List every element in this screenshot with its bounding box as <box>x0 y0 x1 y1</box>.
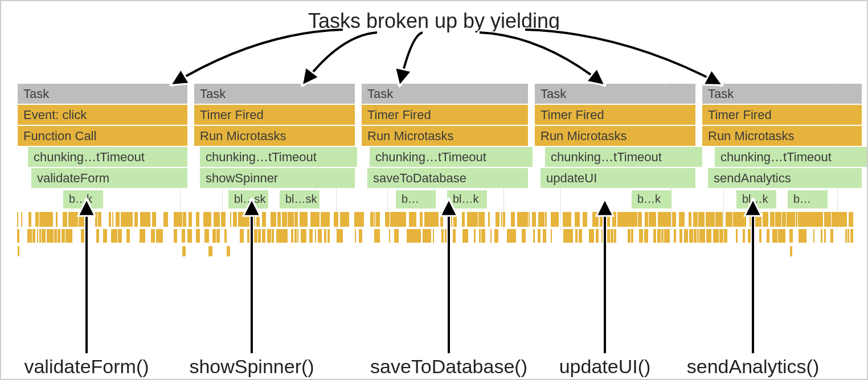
chunking-bar: chunking…tTimeout <box>714 146 868 167</box>
microtask-bar: Run Microtasks <box>534 125 696 146</box>
arrow-down-icon <box>400 32 423 84</box>
chunking-bar: chunking…tTimeout <box>369 146 533 167</box>
block-bar: b… <box>787 190 828 209</box>
chunking-bar: chunking…tTimeout <box>544 146 703 167</box>
block-bar: b… <box>395 190 436 209</box>
block-bar: b…k <box>63 190 104 209</box>
block-bar: bl…k <box>736 190 777 209</box>
function-bar: updateUI <box>540 167 696 189</box>
event-bar: Timer Fired <box>534 104 696 125</box>
diagram-frame: Tasks broken up by yielding TaskTaskTask… <box>0 0 868 380</box>
block-bar: bl…sk <box>228 190 269 209</box>
flame-row: Event: clickTimer FiredTimer FiredTimer … <box>17 104 853 125</box>
event-bar: Event: click <box>17 104 188 125</box>
chunking-bar: chunking…tTimeout <box>199 146 358 167</box>
function-bar: validateForm <box>31 167 188 189</box>
microtask-bar: Function Call <box>17 125 188 146</box>
task-bar: Task <box>534 83 696 104</box>
callout-label: validateForm() <box>24 356 149 378</box>
block-bar: b…k <box>631 190 672 209</box>
task-bar: Task <box>17 83 188 104</box>
task-bar: Task <box>702 83 862 104</box>
function-bar: saveToDatabase <box>367 167 529 189</box>
task-bar: Task <box>194 83 355 104</box>
task-bar: Task <box>361 83 529 104</box>
flame-row: TaskTaskTaskTaskTask <box>17 83 853 104</box>
event-bar: Timer Fired <box>194 104 355 125</box>
callout-label: updateUI() <box>559 356 651 378</box>
block-bar: bl…sk <box>279 190 320 209</box>
flame-row: Function CallRun MicrotasksRun Microtask… <box>17 125 853 146</box>
callout-label: showSpinner() <box>189 356 314 378</box>
diagram-title: Tasks broken up by yielding <box>1 9 867 33</box>
flame-chart: TaskTaskTaskTaskTaskEvent: clickTimer Fi… <box>17 83 853 261</box>
flame-row: chunking…tTimeoutchunking…tTimeoutchunki… <box>17 146 853 167</box>
microtask-bar: Run Microtasks <box>361 125 529 146</box>
event-bar: Timer Fired <box>702 104 862 125</box>
event-bar: Timer Fired <box>361 104 529 125</box>
arrow-down-icon <box>480 32 604 84</box>
block-bar: bl…k <box>447 190 488 209</box>
chunking-bar: chunking…tTimeout <box>27 146 188 167</box>
bottom-labels: validateForm()showSpinner()saveToDatabas… <box>1 356 868 378</box>
flame-row: validateFormshowSpinnersaveToDatabaseupd… <box>17 167 853 189</box>
callout-label: sendAnalytics() <box>687 356 819 378</box>
flame-row: b…kbl…skbl…skb…bl…kb…kbl…kb… <box>17 189 853 210</box>
microtask-bar: Run Microtasks <box>194 125 355 146</box>
function-bar: showSpinner <box>199 167 355 189</box>
arrow-down-icon <box>525 30 721 84</box>
callout-label: saveToDatabase() <box>370 356 527 378</box>
microtask-bar: Run Microtasks <box>702 125 862 146</box>
arrow-down-icon <box>172 30 343 84</box>
function-bar: sendAnalytics <box>707 167 862 189</box>
activity-bars <box>17 212 853 261</box>
arrow-down-icon <box>303 32 377 84</box>
